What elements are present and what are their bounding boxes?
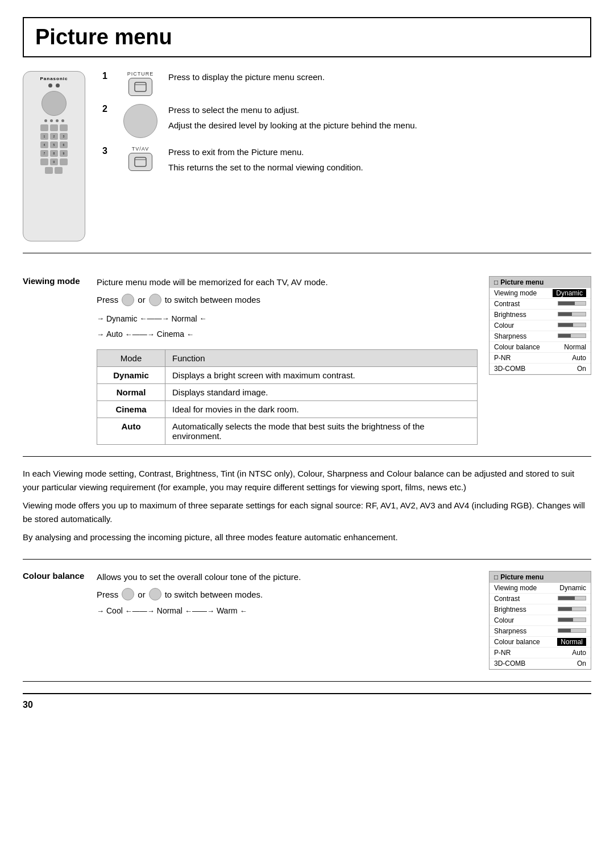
cb-or-label: or (138, 590, 145, 599)
remote-brand: Panasonic (40, 76, 68, 81)
tvav-button-icon (128, 153, 152, 171)
mode-diagram: → Dynamic ←——→ Normal ← → Auto ←——→ Cine… (97, 312, 478, 341)
steps-area: 1 PICTURE Press to display the picture m… (102, 71, 591, 241)
table-row: Dynamic Displays a bright screen with ma… (97, 366, 478, 383)
step-3-icon-label: TV/AV (132, 146, 149, 152)
cinema-label: Cinema (157, 327, 184, 341)
mode-normal: Normal (97, 383, 165, 400)
body-para3: By analysing and processing the incoming… (23, 531, 591, 544)
body-para2: Viewing mode offers you up to maximum of… (23, 499, 591, 526)
colour-balance-label: Colour balance (23, 571, 97, 670)
step-1-number: 1 (102, 71, 113, 81)
mode-auto: Auto (97, 418, 165, 444)
colour-balance-desc: Allows you to set the overall colour ton… (97, 571, 478, 584)
cb-switch-label: to switch between modes. (165, 590, 263, 599)
switch-label: to switch between modes (165, 295, 260, 304)
colour-balance-diagram: → Cool ←——→ Normal ←——→ Warm ← (97, 606, 478, 615)
table-row: Auto Automatically selects the mode that… (97, 418, 478, 444)
viewing-mode-panel: □ Picture menu Viewing mode Dynamic Cont… (489, 276, 591, 375)
mode-dynamic: Dynamic (97, 366, 165, 383)
colour-balance-panel: □ Picture menu Viewing mode Dynamic Cont… (489, 571, 591, 670)
nav-right-icon (149, 294, 161, 306)
pm-row-label: Viewing mode (494, 289, 537, 297)
mode-cinema: Cinema (97, 400, 165, 418)
mode-table: Mode Function Dynamic Displays a bright … (97, 349, 478, 445)
picture-button-icon (128, 78, 152, 96)
remote-illustration: Panasonic 123 456 (23, 71, 85, 241)
body-para1: In each Viewing mode setting, Contrast, … (23, 467, 591, 494)
cb-nav-right-icon (149, 588, 161, 600)
dynamic-label: Dynamic (106, 312, 137, 326)
function-cinema: Ideal for movies in the dark room. (165, 400, 478, 418)
cb-normal-label: Normal (157, 606, 182, 615)
pm-row-value: Dynamic (553, 289, 586, 297)
table-row: Cinema Ideal for movies in the dark room… (97, 400, 478, 418)
viewing-mode-content: Picture menu mode will be memorized for … (97, 276, 489, 445)
cb-press-label: Press (97, 590, 118, 599)
page-number: 30 (23, 700, 33, 710)
step-3-number: 3 (102, 146, 113, 156)
viewing-mode-label: Viewing mode (23, 276, 97, 445)
viewing-mode-para1: Picture menu mode will be memorized for … (97, 276, 478, 289)
step-2-number: 2 (102, 104, 113, 114)
step-1-icon-label: PICTURE (127, 71, 154, 77)
press-label: Press (97, 295, 118, 304)
colour-balance-content: Allows you to set the overall colour ton… (97, 571, 489, 670)
table-row: Normal Displays standard image. (97, 383, 478, 400)
function-col-header: Function (165, 349, 478, 366)
mode-col-header: Mode (97, 349, 165, 366)
warm-label: Warm (217, 606, 238, 615)
svg-rect-0 (135, 82, 146, 91)
body-text-block: In each Viewing mode setting, Contrast, … (23, 457, 591, 559)
cool-label: Cool (106, 606, 123, 615)
function-normal: Displays standard image. (165, 383, 478, 400)
nav-button-icon (123, 104, 157, 138)
step-1-text: Press to display the picture menu screen… (168, 71, 591, 84)
function-auto: Automatically selects the mode that best… (165, 418, 478, 444)
or-label: or (138, 295, 145, 304)
auto-label: Auto (106, 327, 123, 341)
cb-nav-left-icon (122, 588, 134, 600)
nav-left-icon (122, 294, 134, 306)
step-2-text: Press to select the menu to adjust. Adju… (168, 104, 591, 134)
page-title: Picture menu (23, 17, 591, 57)
normal-label: Normal (171, 312, 197, 326)
step-3-text: Press to exit from the Picture menu. Thi… (168, 146, 591, 176)
svg-rect-2 (135, 157, 146, 166)
remote-nav-button (42, 91, 67, 116)
function-dynamic: Displays a bright screen with maximum co… (165, 366, 478, 383)
